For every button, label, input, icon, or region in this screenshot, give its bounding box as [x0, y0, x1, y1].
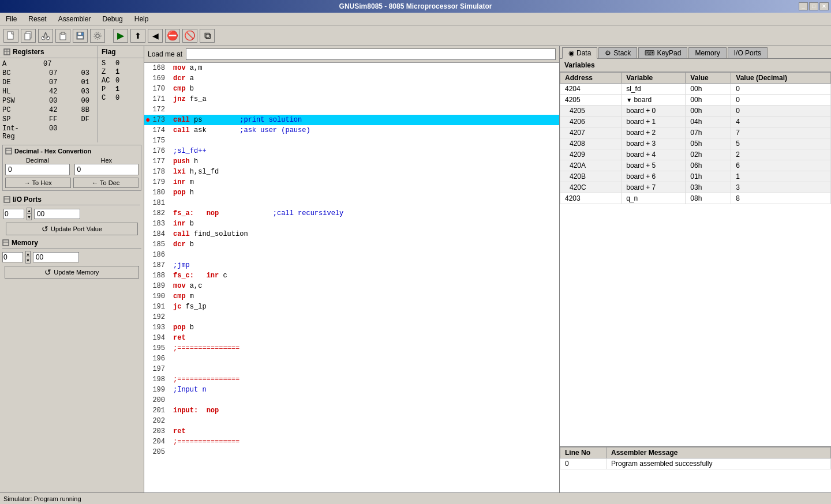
update-port-button[interactable]: ↺ Update Port Value — [6, 223, 138, 235]
cell-decimal: 0 — [731, 106, 831, 116]
code-line-198: 198;=============== — [144, 374, 559, 385]
menu-assembler[interactable]: Assembler — [55, 14, 95, 24]
run-button[interactable]: ▶ — [113, 29, 128, 43]
mem-spin-up[interactable]: ▲ — [26, 251, 30, 257]
table-row: 420A board + 5 06h 6 — [560, 160, 831, 171]
close-button[interactable]: ✕ — [819, 2, 829, 10]
variables-table: Address Variable Value Value (Decimal) 4… — [560, 72, 831, 204]
cell-decimal: 1 — [731, 171, 831, 182]
code-line-200: 200 — [144, 395, 559, 405]
cell-decimal: 6 — [731, 160, 831, 171]
code-line-196: 196 — [144, 353, 559, 364]
stop-red-button[interactable]: ⛔ — [165, 29, 180, 43]
reg-a-value: 07 — [31, 59, 63, 69]
stop-circle-button[interactable]: 🚫 — [182, 29, 197, 43]
new-button[interactable] — [3, 29, 18, 43]
minimize-button[interactable]: _ — [799, 2, 808, 10]
converter-icon — [5, 148, 12, 155]
reg-pc-lo: 8B — [63, 106, 96, 115]
memory-address[interactable] — [2, 252, 23, 262]
to-hex-button[interactable]: → To Hex — [5, 178, 71, 188]
table-row: 0 Program assembled successfully — [560, 458, 831, 469]
io-spin-up[interactable]: ▲ — [27, 208, 31, 214]
flag-z-value: 1 — [115, 68, 140, 76]
step-back-button[interactable]: ◀ — [148, 29, 163, 43]
converter-title-text: Decimal - Hex Convertion — [14, 148, 91, 155]
cell-address: 4208 — [560, 138, 622, 149]
reg-pc-hi: 42 — [31, 106, 63, 115]
cut-button[interactable] — [38, 29, 53, 43]
cell-value: 03h — [686, 182, 731, 193]
update-memory-button[interactable]: ↺ Update Memory — [5, 266, 139, 279]
cell-variable: sl_fd — [622, 84, 686, 95]
reg-bc-label: BC — [2, 69, 31, 78]
reg-bc-lo: 03 — [63, 69, 96, 78]
hex-label: Hex — [74, 157, 139, 164]
reg-pc-label: PC — [2, 106, 31, 115]
flag-c-value: 0 — [115, 94, 140, 102]
table-row: 4205 ▼ board 00h 0 — [560, 95, 831, 106]
load-bar: Load me at — [144, 46, 559, 63]
tab-data[interactable]: ◉ Data — [562, 47, 597, 59]
flag-ac-value: 0 — [115, 77, 140, 85]
tab-memory[interactable]: Memory — [688, 47, 726, 58]
col-asm-msg: Assembler Message — [607, 447, 831, 458]
copy-button[interactable] — [21, 29, 36, 43]
reg-sp-hi: FF — [31, 115, 63, 124]
window-controls[interactable]: _ □ ✕ — [799, 2, 829, 10]
load-input[interactable] — [186, 48, 556, 60]
cell-value: 00h — [686, 95, 731, 106]
code-line-184: 184call find_solution — [144, 229, 559, 239]
tab-keypad[interactable]: ⌨ KeyPad — [638, 47, 687, 58]
table-row: 4209 board + 4 02h 2 — [560, 149, 831, 160]
menu-file[interactable]: File — [2, 14, 20, 24]
reg-hl-hi: 42 — [31, 87, 63, 96]
paste-button[interactable] — [55, 29, 70, 43]
svg-rect-17 — [6, 148, 12, 154]
step-over-button[interactable]: ⬆ — [130, 29, 145, 43]
code-line-185: 185dcr b — [144, 239, 559, 250]
status-bar: Simulator: Program running — [0, 492, 831, 504]
code-line-171: 171jnz fs_a — [144, 94, 559, 104]
stack-tab-icon: ⚙ — [605, 49, 611, 57]
io-spin-down[interactable]: ▼ — [27, 214, 31, 220]
maximize-button[interactable]: □ — [809, 2, 818, 10]
window-title: GNUSim8085 - 8085 Microprocessor Simulat… — [339, 2, 492, 10]
tab-stack[interactable]: ⚙ Stack — [598, 47, 637, 58]
windows-button[interactable]: ⧉ — [200, 29, 215, 43]
hex-input[interactable] — [74, 164, 139, 175]
cell-variable: board + 3 — [622, 138, 686, 149]
tabs-bar: ◉ Data ⚙ Stack ⌨ KeyPad Memory I/O Ports — [560, 46, 831, 59]
svg-rect-2 — [25, 33, 30, 40]
cell-decimal: 7 — [731, 127, 831, 138]
code-line-173: 173●call ps ;print solution — [144, 115, 559, 125]
code-line-186: 186 — [144, 250, 559, 260]
menu-help[interactable]: Help — [131, 14, 152, 24]
code-line-201: 201input: nop — [144, 405, 559, 416]
code-line-174: 174call ask ;ask user (pause) — [144, 125, 559, 136]
cell-address: 4203 — [560, 193, 622, 204]
io-port-value[interactable] — [34, 209, 80, 219]
flag-s-value: 0 — [115, 59, 140, 67]
table-row: 4206 board + 1 04h 4 — [560, 116, 831, 127]
settings-button[interactable] — [90, 29, 105, 43]
io-port-address[interactable] — [3, 209, 24, 219]
reg-a-label: A — [2, 59, 31, 69]
menu-reset[interactable]: Reset — [25, 14, 50, 24]
code-line-168: 168mov a,m — [144, 63, 559, 73]
table-row: 4207 board + 2 07h 7 — [560, 127, 831, 138]
decimal-input[interactable] — [5, 164, 70, 175]
cell-asm-message: Program assembled successfully — [607, 458, 831, 469]
memory-value[interactable] — [33, 252, 79, 262]
mem-spin-down[interactable]: ▼ — [26, 257, 30, 263]
status-text: Simulator: Program running — [3, 495, 81, 502]
tab-io-ports[interactable]: I/O Ports — [728, 47, 768, 58]
to-dec-button[interactable]: ← To Dec — [73, 178, 139, 188]
menu-debug[interactable]: Debug — [99, 14, 126, 24]
data-tab-label: Data — [577, 49, 591, 57]
code-line-199: 199;Input n — [144, 385, 559, 395]
code-line-193: 193pop b — [144, 322, 559, 333]
svg-rect-8 — [61, 32, 65, 35]
table-row: 420C board + 7 03h 3 — [560, 182, 831, 193]
save-button[interactable] — [73, 29, 88, 43]
